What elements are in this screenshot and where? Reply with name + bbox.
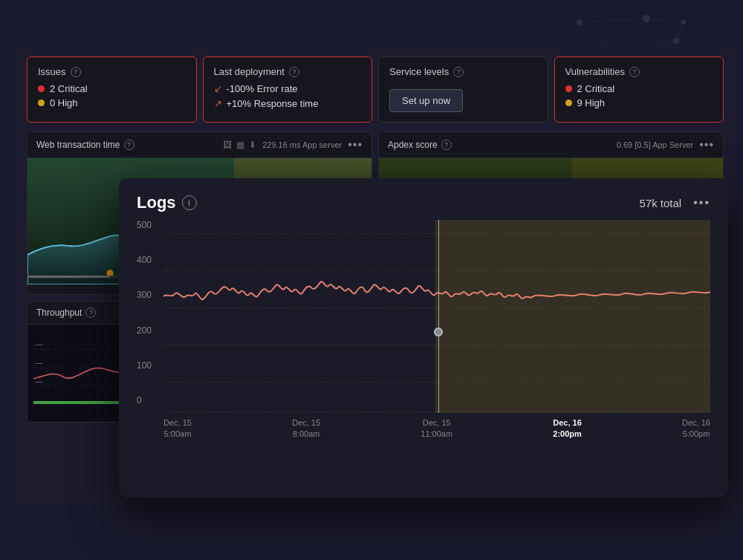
logs-info-icon[interactable]: i <box>182 195 197 210</box>
apdex-help-icon[interactable]: ? <box>441 140 452 150</box>
logs-header: Logs i 57k total ••• <box>119 178 728 220</box>
logs-line-chart <box>163 220 710 413</box>
error-rate-label: -100% Error rate <box>227 83 298 94</box>
last-deployment-card: Last deployment ? ↙ -100% Error rate ↗ +… <box>203 56 373 123</box>
service-levels-help-icon[interactable]: ? <box>453 67 464 77</box>
setup-now-button[interactable]: Set up now <box>389 89 463 112</box>
y-label-0: 0 <box>137 395 152 406</box>
y-label-300: 300 <box>137 290 152 300</box>
logs-svg-container <box>163 220 710 413</box>
cursor-line <box>438 220 439 413</box>
logs-title-group: Logs i <box>137 193 197 212</box>
throughput-title: Throughput ? <box>36 307 96 318</box>
y-axis: 500 400 300 200 100 0 <box>137 220 152 413</box>
logs-chart-area: 500 400 300 200 100 0 Dec, 15 5:00am <box>119 220 728 450</box>
svg-line-17 <box>580 19 646 22</box>
logs-menu-button[interactable]: ••• <box>693 196 710 209</box>
svg-point-1 <box>577 19 583 25</box>
issues-high-label: 0 High <box>50 97 78 108</box>
y-label-500: 500 <box>137 220 152 230</box>
vuln-critical-label: 2 Critical <box>577 83 615 94</box>
svg-rect-27 <box>27 276 110 278</box>
logs-title: Logs <box>137 193 176 212</box>
issues-critical-label: 2 Critical <box>50 83 88 94</box>
svg-point-2 <box>643 15 650 22</box>
service-levels-card: Service levels ? Set up now <box>378 56 548 123</box>
vulnerabilities-card: Vulnerabilities ? 2 Critical 9 High <box>554 56 724 123</box>
wt-chart-icons: 🖼 ▦ ⬇ <box>223 140 256 150</box>
x-label-dec16-5pm: Dec, 16 5:00pm <box>682 417 710 440</box>
vuln-high-label: 9 High <box>577 97 606 108</box>
vuln-high-dot <box>565 100 572 106</box>
image-icon[interactable]: 🖼 <box>223 140 232 150</box>
svg-text:—: — <box>35 341 43 348</box>
y-label-400: 400 <box>137 255 152 265</box>
svg-line-19 <box>676 22 684 41</box>
throughput-help-icon[interactable]: ? <box>85 307 96 318</box>
response-time-arrow: ↗ <box>214 98 222 109</box>
svg-point-8 <box>681 20 686 25</box>
deployment-help-icon[interactable]: ? <box>289 67 299 77</box>
x-axis: Dec, 15 5:00am Dec, 15 8:00am Dec, 15 11… <box>163 413 710 450</box>
download-icon[interactable]: ⬇ <box>249 140 256 150</box>
wt-menu-icon[interactable]: ••• <box>348 138 363 152</box>
logs-card: Logs i 57k total ••• 500 400 300 200 100… <box>119 178 728 498</box>
svg-text:—: — <box>35 378 43 385</box>
y-label-200: 200 <box>137 325 152 336</box>
x-label-dec15-8am: Dec, 15 8:00am <box>292 417 320 440</box>
vulnerabilities-title: Vulnerabilities <box>565 66 625 77</box>
service-levels-title: Service levels <box>389 66 449 77</box>
x-label-dec16-2pm: Dec, 16 2:00pm <box>553 417 582 440</box>
bar-chart-icon[interactable]: ▦ <box>236 140 244 150</box>
wt-chart-meta: 229.16 ms App server <box>262 140 342 149</box>
error-rate-arrow: ↙ <box>214 83 222 94</box>
vuln-critical-dot <box>565 85 572 92</box>
svg-line-18 <box>646 19 684 22</box>
issues-title: Issues <box>38 66 66 77</box>
y-label-100: 100 <box>137 360 152 371</box>
wt-chart-title: Web transaction time ? <box>36 140 134 150</box>
cursor-dot <box>434 328 443 336</box>
deployment-title: Last deployment <box>214 66 285 77</box>
vulnerabilities-help-icon[interactable]: ? <box>629 67 640 77</box>
issues-card: Issues ? 2 Critical 0 High <box>27 56 197 123</box>
issues-critical-dot <box>38 85 45 92</box>
apdex-chart-meta: 0.69 [0.5] App Server <box>617 140 693 149</box>
apdex-chart-title: Apdex score ? <box>388 140 452 150</box>
metrics-row: Issues ? 2 Critical 0 High Last deployme… <box>15 45 736 131</box>
logs-total: 57k total <box>639 197 681 209</box>
wt-help-icon[interactable]: ? <box>124 140 134 150</box>
svg-point-3 <box>673 38 679 44</box>
x-label-dec15-5am: Dec, 15 5:00am <box>163 417 192 440</box>
issues-help-icon[interactable]: ? <box>71 67 81 77</box>
issues-high-dot <box>38 100 45 106</box>
svg-text:—: — <box>35 359 43 367</box>
response-time-label: +10% Response time <box>227 98 319 109</box>
apdex-menu-icon[interactable]: ••• <box>699 138 714 152</box>
x-label-dec15-11am: Dec, 15 11:00am <box>421 417 452 440</box>
